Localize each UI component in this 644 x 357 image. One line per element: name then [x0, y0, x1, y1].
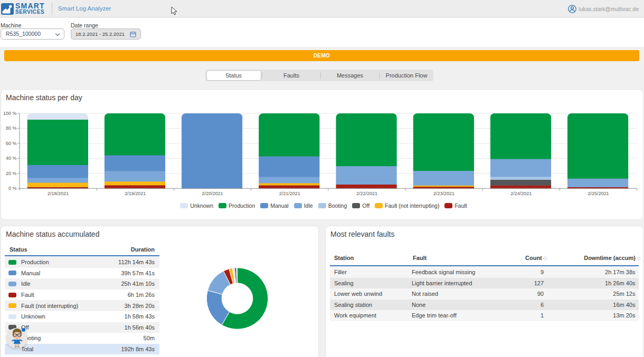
- svg-text:60 %: 60 %: [6, 141, 17, 146]
- svg-text:2/21/2021: 2/21/2021: [279, 191, 300, 196]
- svg-text:20 %: 20 %: [6, 171, 17, 176]
- svg-text:2/19/2021: 2/19/2021: [125, 191, 146, 196]
- svg-text:2/23/2021: 2/23/2021: [433, 191, 454, 196]
- svg-text:0 %: 0 %: [8, 186, 17, 191]
- svg-text:2/24/2021: 2/24/2021: [510, 191, 532, 196]
- svg-text:100 %: 100 %: [3, 111, 17, 116]
- svg-text:2/25/2021: 2/25/2021: [588, 191, 609, 196]
- svg-text:2/22/2021: 2/22/2021: [356, 191, 377, 196]
- svg-text:40 %: 40 %: [6, 156, 17, 161]
- svg-text:2/20/2021: 2/20/2021: [202, 191, 223, 196]
- svg-text:80 %: 80 %: [6, 126, 17, 131]
- svg-text:2/18/2021: 2/18/2021: [48, 191, 69, 196]
